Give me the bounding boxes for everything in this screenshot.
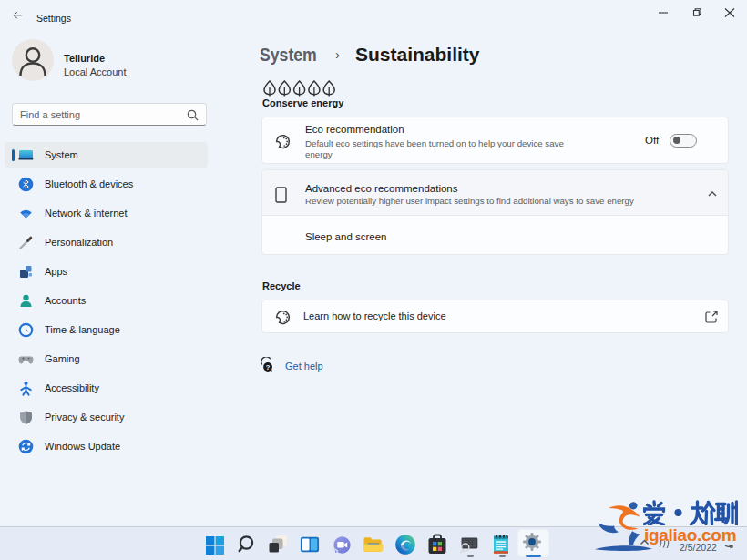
svg-text:?: ?	[266, 363, 271, 372]
